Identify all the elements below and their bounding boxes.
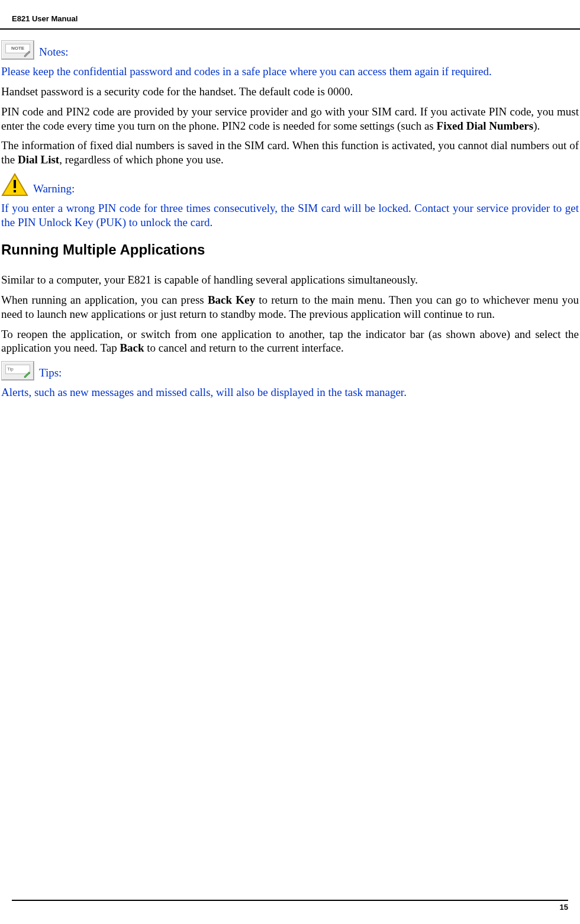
section-text-3: To reopen the application, or switch fro… bbox=[0, 327, 580, 356]
section-text-2-pre: When running an application, you can pre… bbox=[1, 294, 208, 306]
svg-rect-2 bbox=[14, 180, 16, 188]
notes-text-3-post: ). bbox=[533, 120, 540, 132]
notes-text-3-bold: Fixed Dial Numbers bbox=[437, 120, 534, 132]
page: E821 User Manual NOTE Notes: Please keep… bbox=[0, 0, 580, 924]
notes-text-4-bold: Dial List bbox=[18, 153, 59, 166]
tip-icon: Tip bbox=[1, 361, 34, 381]
notes-text-4-post: , regardless of which phone you use. bbox=[59, 153, 224, 166]
notes-callout: NOTE Notes: bbox=[1, 40, 580, 60]
svg-marker-4 bbox=[24, 372, 30, 378]
tips-text-1: Alerts, such as new messages and missed … bbox=[0, 385, 580, 400]
section-text-3-post: to cancel and return to the current inte… bbox=[144, 342, 344, 354]
notes-text-4: The information of fixed dial numbers is… bbox=[0, 139, 580, 167]
page-number: 15 bbox=[0, 903, 580, 912]
pencil-icon bbox=[23, 50, 31, 58]
footer-rule bbox=[12, 900, 568, 901]
header-title: E821 User Manual bbox=[12, 14, 568, 24]
section-text-2: When running an application, you can pre… bbox=[0, 293, 580, 321]
warning-callout: Warning: bbox=[1, 173, 580, 197]
notes-text-1: Please keep the confidential password an… bbox=[0, 65, 580, 79]
pencil-icon bbox=[23, 371, 31, 379]
section-text-1: Similar to a computer, your E821 is capa… bbox=[0, 273, 580, 287]
section-text-2-bold: Back Key bbox=[208, 294, 255, 306]
notes-text-3: PIN code and PIN2 code are provided by y… bbox=[0, 105, 580, 133]
tips-callout: Tip Tips: bbox=[1, 361, 580, 381]
warning-label: Warning: bbox=[33, 183, 75, 197]
svg-rect-3 bbox=[14, 190, 16, 192]
notes-text-2: Handset password is a security code for … bbox=[0, 85, 580, 99]
section-text-3-bold: Back bbox=[120, 342, 144, 354]
warning-text-1: If you enter a wrong PIN code for three … bbox=[0, 201, 580, 230]
page-header: E821 User Manual bbox=[0, 14, 580, 26]
notes-label: Notes: bbox=[39, 46, 69, 60]
tips-label: Tips: bbox=[39, 367, 62, 381]
note-icon: NOTE bbox=[1, 40, 34, 60]
header-rule bbox=[0, 28, 580, 30]
page-footer: 15 bbox=[0, 900, 580, 912]
section-heading: Running Multiple Applications bbox=[1, 241, 580, 259]
warning-icon bbox=[1, 173, 28, 197]
content: NOTE Notes: Please keep the confidential… bbox=[0, 40, 580, 400]
svg-marker-0 bbox=[24, 51, 30, 57]
